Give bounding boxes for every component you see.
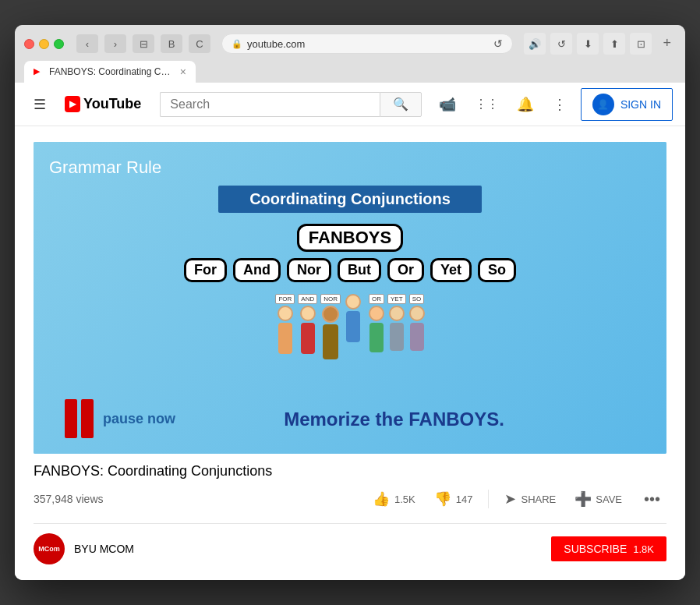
thumbs-down-icon: 👎 xyxy=(434,490,451,508)
forward-button[interactable]: › xyxy=(104,34,126,53)
channel-info: MCom BYU MCOM xyxy=(34,533,134,564)
address-input[interactable] xyxy=(247,38,489,50)
char-sign-1: FOR xyxy=(275,294,295,304)
video-title: FANBOYS: Coordinating Conjunctions xyxy=(34,463,666,479)
dislike-button[interactable]: 👎 147 xyxy=(431,486,476,512)
subscribe-button[interactable]: SUBSCRIBE 1.8K xyxy=(551,536,666,561)
volume-ext-icon[interactable]: 🔊 xyxy=(524,33,546,55)
sign-in-label: SIGN IN xyxy=(620,98,661,111)
char-figure-3: NOR xyxy=(320,294,341,395)
share-ext-icon[interactable]: ⬆ xyxy=(603,33,625,55)
bookmark-icon: B xyxy=(168,38,175,50)
subscriber-count: 1.8K xyxy=(633,543,654,555)
minimize-button[interactable] xyxy=(39,39,49,49)
youtube-logo-icon: ▶ xyxy=(65,96,80,112)
share-label: SHARE xyxy=(521,494,556,505)
char-figure-4 xyxy=(345,294,361,395)
video-actions: 👍 1.5K 👎 147 ➤ SHARE xyxy=(369,486,666,512)
hamburger-menu-button[interactable]: ☰ xyxy=(27,90,52,119)
dots-vertical-icon: ⋮ xyxy=(553,96,567,113)
channel-avatar[interactable]: MCom xyxy=(34,533,65,564)
refresh-ext-button[interactable]: C xyxy=(189,34,210,53)
fanboys-words: For And Nor But Or Yet So xyxy=(184,258,516,282)
create-video-button[interactable]: 📹 xyxy=(434,91,461,118)
bookmark-ext-button[interactable]: B xyxy=(161,34,182,53)
char-sign-2: AND xyxy=(298,294,317,304)
char-figure-6: YET xyxy=(387,294,406,395)
grammar-rule-text: Grammar Rule xyxy=(49,157,161,178)
pause-now-text: pause now xyxy=(103,411,175,427)
video-info: FANBOYS: Coordinating Conjunctions 357,9… xyxy=(34,463,666,512)
close-button[interactable] xyxy=(24,39,34,49)
save-button[interactable]: ➕ SAVE xyxy=(571,486,625,512)
active-tab[interactable]: ▶ FANBOYS: Coordinating Conjunctions - Y… xyxy=(24,61,196,83)
youtube-logo-text: YouTube xyxy=(83,96,141,112)
channel-row: MCom BYU MCOM SUBSCRIBE 1.8K xyxy=(34,523,666,564)
more-options-video-button[interactable]: ••• xyxy=(638,487,666,511)
video-player[interactable]: Grammar Rule Coordinating Conjunctions F… xyxy=(34,142,666,454)
address-bar-wrapper[interactable]: 🔒 ↺ xyxy=(221,34,513,54)
more-options-button[interactable]: ⋮ xyxy=(548,91,571,118)
channel-name[interactable]: BYU MCOM xyxy=(74,543,134,555)
lock-icon: 🔒 xyxy=(232,39,242,49)
tabs-icon: ⊟ xyxy=(140,38,148,50)
pause-overlay: pause now xyxy=(65,399,175,438)
fanboy-and: And xyxy=(233,258,281,282)
share-button[interactable]: ➤ SHARE xyxy=(501,486,559,512)
youtube-page: ☰ ▶ YouTube 🔍 📹 ⋮⋮ xyxy=(15,83,685,580)
avatar-icon: 👤 xyxy=(592,94,614,115)
grid-icon: ⋮⋮ xyxy=(475,97,498,111)
save-add-icon: ➕ xyxy=(574,490,592,508)
char-figure-7: SO xyxy=(409,294,425,395)
pause-icon xyxy=(65,399,94,438)
fanboy-yet: Yet xyxy=(430,258,472,282)
video-thumbnail: Grammar Rule Coordinating Conjunctions F… xyxy=(34,142,666,454)
search-button[interactable]: 🔍 xyxy=(380,92,422,117)
video-content-area: Grammar Rule Coordinating Conjunctions F… xyxy=(15,126,685,580)
tab-overview-button[interactable]: ⊟ xyxy=(133,34,154,53)
channel-avatar-text: MCom xyxy=(38,545,60,553)
search-form: 🔍 xyxy=(160,92,422,117)
search-input[interactable] xyxy=(160,92,380,117)
thumbs-up-icon: 👍 xyxy=(373,490,390,508)
browser-controls: ‹ › ⊟ B C 🔒 ↺ 🔊 ↺ xyxy=(24,33,676,55)
action-divider xyxy=(488,490,489,508)
video-camera-icon: 📹 xyxy=(439,96,456,113)
play-triangle-icon: ▶ xyxy=(69,99,76,109)
like-count: 1.5K xyxy=(394,494,415,505)
reload-icon[interactable]: ↺ xyxy=(493,37,503,50)
refresh-icon: C xyxy=(196,38,203,50)
fullscreen-ext-icon[interactable]: ⊡ xyxy=(630,33,652,55)
coordinating-banner: Coordinating Conjunctions xyxy=(218,186,482,213)
tab-close-icon[interactable]: × xyxy=(180,65,186,78)
fanboys-label: FANBOYS xyxy=(297,224,403,252)
char-sign-6: YET xyxy=(387,294,406,304)
share-icon: ➤ xyxy=(504,490,516,508)
notifications-button[interactable]: 🔔 xyxy=(512,91,539,118)
fanboy-or: Or xyxy=(387,258,424,282)
apps-button[interactable]: ⋮⋮ xyxy=(470,92,503,116)
char-figure-1: FOR xyxy=(275,294,295,395)
youtube-header: ☰ ▶ YouTube 🔍 📹 ⋮⋮ xyxy=(15,83,685,126)
new-tab-button[interactable]: + xyxy=(658,35,676,51)
youtube-logo[interactable]: ▶ YouTube xyxy=(65,96,141,112)
extension-icons: 🔊 ↺ ⬇ ⬆ ⊡ xyxy=(524,33,652,55)
back-button[interactable]: ‹ xyxy=(76,34,98,53)
maximize-button[interactable] xyxy=(54,39,64,49)
fanboy-for: For xyxy=(184,258,227,282)
pause-bar-right xyxy=(81,399,94,438)
chevron-right-icon: › xyxy=(114,38,117,50)
sign-in-button[interactable]: 👤 SIGN IN xyxy=(581,88,673,121)
search-icon: 🔍 xyxy=(393,97,408,111)
bell-icon: 🔔 xyxy=(517,96,534,113)
chevron-left-icon: ‹ xyxy=(86,38,89,50)
tab-bar: ▶ FANBOYS: Coordinating Conjunctions - Y… xyxy=(24,61,676,83)
like-button[interactable]: 👍 1.5K xyxy=(369,486,419,512)
char-figure-2: AND xyxy=(298,294,317,395)
fanboy-but: But xyxy=(338,258,381,282)
browser-titlebar: ‹ › ⊟ B C 🔒 ↺ 🔊 ↺ xyxy=(15,25,685,83)
char-sign-7: SO xyxy=(409,294,425,304)
header-right-icons: 📹 ⋮⋮ 🔔 ⋮ 👤 SIGN IN xyxy=(434,88,673,121)
download-ext-icon[interactable]: ⬇ xyxy=(577,33,599,55)
refresh-ext-icon[interactable]: ↺ xyxy=(550,33,572,55)
